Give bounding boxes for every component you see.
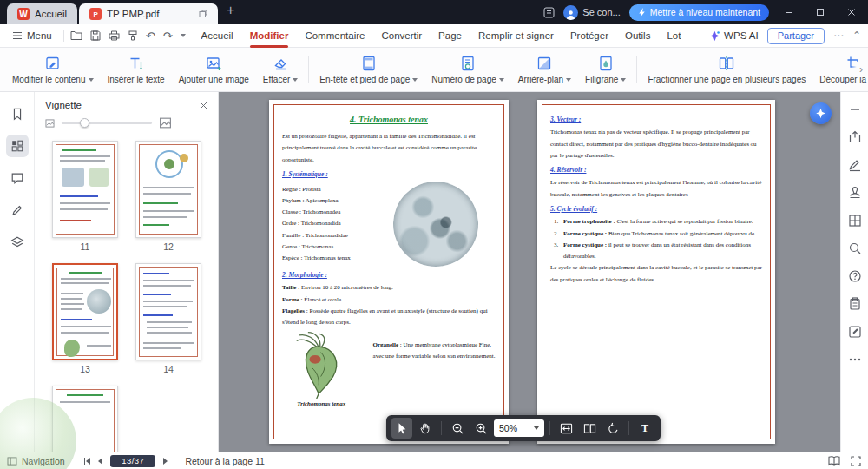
collapse-strip-button[interactable] xyxy=(846,101,864,118)
close-button[interactable] xyxy=(840,2,863,23)
text-select-tool-button[interactable]: T xyxy=(635,418,655,439)
close-panel-icon[interactable] xyxy=(200,102,207,109)
quick-toolbar-chevron-icon[interactable] xyxy=(181,34,186,37)
select-tool-button[interactable] xyxy=(391,418,412,439)
home-tab[interactable]: W Accueil xyxy=(7,3,77,24)
ribbon-label: Arrière-plan xyxy=(518,75,563,84)
thumb-deco xyxy=(143,294,171,295)
popout-icon[interactable] xyxy=(199,10,207,18)
tab-lot[interactable]: Lot xyxy=(667,24,681,48)
more-tools-button[interactable] xyxy=(846,351,864,368)
tab-accueil[interactable]: Accueil xyxy=(201,24,233,48)
next-page-button[interactable] xyxy=(163,458,168,465)
tab-outils[interactable]: Outils xyxy=(625,24,650,48)
tab-modifier[interactable]: Modifier xyxy=(250,24,289,48)
rotate-page-button[interactable] xyxy=(602,418,623,439)
annotations-panel-button[interactable] xyxy=(6,199,29,221)
thumbnails-panel-button[interactable] xyxy=(6,135,29,157)
page-indicator[interactable]: 13/37 xyxy=(110,455,155,467)
print-icon[interactable] xyxy=(108,30,120,41)
menu-button[interactable]: Menu xyxy=(7,30,57,41)
redo-icon[interactable]: ↷ xyxy=(163,30,173,42)
save-icon[interactable] xyxy=(90,30,101,41)
divider xyxy=(441,421,442,435)
tab-page[interactable]: Page xyxy=(438,24,462,48)
item-label: Forme cystique : xyxy=(563,241,607,248)
open-file-icon[interactable] xyxy=(70,30,82,41)
ribbon-watermark-button[interactable]: Filigrane xyxy=(578,50,633,89)
ribbon-overflow-chevron-icon[interactable]: › xyxy=(851,62,865,77)
tab-proteger[interactable]: Protéger xyxy=(570,24,608,48)
thumbnail-page-13-selected[interactable]: 13 xyxy=(52,263,118,374)
ribbon-page-number-button[interactable]: Numéro de page xyxy=(424,50,511,89)
workspace-icon[interactable] xyxy=(543,7,555,18)
more-menu-icon[interactable]: ⋯ xyxy=(833,30,844,42)
cycle-item: 3.Forme cystique : il peut se trouver da… xyxy=(554,240,762,263)
collapse-ribbon-icon[interactable]: ⌃ xyxy=(852,30,861,42)
item-label: Forme cystique : xyxy=(563,230,607,237)
slider-handle[interactable] xyxy=(80,118,89,128)
thumbnail-page-15[interactable]: 15 xyxy=(52,386,118,452)
stamp-button[interactable] xyxy=(846,184,864,201)
tab-remplir-et-signer[interactable]: Remplir et signer xyxy=(478,24,554,48)
cycle-item: 2.Forme cystique : Bien que Trichomonas … xyxy=(554,228,762,240)
search-button[interactable] xyxy=(846,240,864,257)
sign-button[interactable] xyxy=(846,156,864,174)
edit-note-button[interactable] xyxy=(846,323,864,340)
zoom-in-button[interactable] xyxy=(470,418,491,439)
reading-mode-button[interactable] xyxy=(828,456,840,466)
species-name: Trichomonas tenax xyxy=(304,254,351,261)
taxonomy-line: Famille : Trichomonadidae xyxy=(282,230,385,241)
form-grid-button[interactable] xyxy=(846,212,864,229)
format-painter-icon[interactable] xyxy=(128,30,138,41)
ribbon-edit-content-button[interactable]: Modifier le contenu xyxy=(5,50,101,89)
document-viewer[interactable]: 4. Trichomonas tenax Est un protozoaire … xyxy=(219,92,840,452)
tab-commentaire[interactable]: Commentaire xyxy=(305,24,365,48)
thumbnail-page-14[interactable]: 14 xyxy=(135,263,201,374)
layers-panel-button[interactable] xyxy=(6,231,29,254)
ribbon-erase-button[interactable]: Effacer xyxy=(256,50,306,89)
zoom-level-select[interactable]: 50% xyxy=(494,419,544,437)
previous-page-button[interactable] xyxy=(98,458,102,465)
ribbon-header-footer-button[interactable]: En-tête et pied de page xyxy=(312,50,424,89)
hand-tool-button[interactable] xyxy=(415,418,436,439)
fullscreen-button[interactable] xyxy=(851,456,861,466)
comments-panel-button[interactable] xyxy=(6,167,29,189)
share-button[interactable]: Partager xyxy=(767,28,825,44)
thumb-deco xyxy=(147,321,192,323)
ai-assistant-bubble[interactable] xyxy=(810,102,832,124)
reservoir-paragraph: Le réservoir de Trichomonas tenax est pr… xyxy=(550,177,762,201)
thumbnail-page-12[interactable]: 12 xyxy=(135,141,201,252)
ribbon-insert-text-button[interactable]: Insérer le texte xyxy=(101,50,172,89)
export-button[interactable] xyxy=(846,129,864,146)
organism-figure: Trichomonas tenax xyxy=(282,331,361,410)
account-button[interactable]: Se con... xyxy=(563,5,620,20)
zoom-out-button[interactable] xyxy=(447,418,468,439)
maximize-button[interactable] xyxy=(809,2,832,23)
navigation-toggle[interactable]: Navigation xyxy=(7,456,65,466)
help-button[interactable] xyxy=(846,268,864,285)
pdf-page-14[interactable]: 3. Vecteur : Trichomonas tenax n'a pas d… xyxy=(537,100,775,444)
first-page-button[interactable] xyxy=(84,458,91,465)
taxonomy-line: Règne : Protista xyxy=(282,184,385,195)
minimize-button[interactable] xyxy=(778,2,800,23)
thumb-deco xyxy=(61,282,108,284)
clipboard-button[interactable] xyxy=(846,295,864,313)
slider-track[interactable] xyxy=(62,122,152,124)
back-to-page-link[interactable]: Retour à la page 11 xyxy=(185,456,264,466)
thumbnail-page-11[interactable]: 11 xyxy=(52,141,118,252)
wps-ai-button[interactable]: WPS AI xyxy=(709,30,759,42)
two-page-view-button[interactable] xyxy=(579,418,600,439)
undo-icon[interactable]: ↶ xyxy=(146,30,155,42)
ribbon-add-image-button[interactable]: Ajouter une image xyxy=(172,50,256,89)
tab-convertir[interactable]: Convertir xyxy=(381,24,422,48)
new-tab-button[interactable]: + xyxy=(218,3,243,21)
divider xyxy=(63,30,64,42)
document-tab[interactable]: P TP PMP.pdf xyxy=(79,3,218,24)
upgrade-button[interactable]: Mettre à niveau maintenant xyxy=(629,4,769,21)
bookmarks-panel-button[interactable] xyxy=(6,102,29,125)
fit-width-button[interactable] xyxy=(556,418,576,439)
ribbon-background-button[interactable]: Arrière-plan xyxy=(511,50,578,89)
pdf-page-13[interactable]: 4. Trichomonas tenax Est un protozoaire … xyxy=(269,100,509,444)
ribbon-split-page-button[interactable]: Fractionner une page en plusieurs pages xyxy=(641,50,812,89)
